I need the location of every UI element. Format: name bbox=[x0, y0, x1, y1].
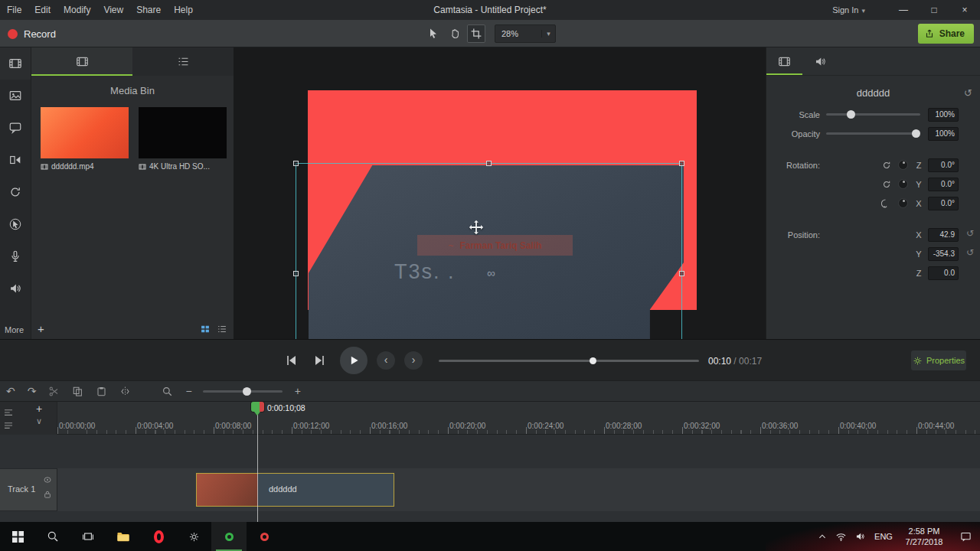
grid-view-icon[interactable] bbox=[200, 324, 211, 334]
zoom-in-button[interactable]: + bbox=[295, 385, 301, 397]
menu-file[interactable]: File bbox=[7, 5, 21, 15]
collapse-tracks-button[interactable]: ∨ bbox=[36, 416, 42, 426]
resize-handle-middle-left[interactable] bbox=[293, 271, 299, 276]
play-button[interactable] bbox=[340, 347, 368, 374]
properties-toggle-button[interactable]: Properties bbox=[911, 350, 966, 370]
step-back-button[interactable] bbox=[283, 353, 299, 368]
timeline-zoom-slider[interactable] bbox=[203, 390, 283, 393]
canvas-zoom-select[interactable]: 28% ▾ bbox=[495, 24, 556, 43]
resize-handle-top-middle[interactable] bbox=[486, 161, 492, 166]
reset-all-icon[interactable]: ↺ bbox=[964, 87, 972, 99]
rotation-z-value[interactable]: 0.0° bbox=[928, 158, 959, 172]
position-y-value[interactable]: -354.3 bbox=[928, 247, 959, 261]
paste-button[interactable] bbox=[96, 386, 107, 397]
tab-audio-properties[interactable] bbox=[802, 47, 838, 75]
tab-media-bin[interactable] bbox=[31, 47, 132, 76]
action-center-button[interactable] bbox=[951, 531, 980, 542]
menu-share[interactable]: Share bbox=[136, 5, 161, 15]
network-icon[interactable] bbox=[831, 532, 851, 542]
position-z-value[interactable]: 0.0 bbox=[928, 266, 959, 280]
opacity-value[interactable]: 100% bbox=[928, 127, 959, 141]
cut-button[interactable] bbox=[48, 386, 60, 397]
redo-button[interactable]: ↷ bbox=[28, 385, 37, 397]
maximize-button[interactable]: □ bbox=[919, 0, 949, 20]
sidebar-item-annotations[interactable] bbox=[0, 112, 31, 144]
list-view-icon[interactable] bbox=[217, 324, 227, 334]
rotation-y-dial[interactable] bbox=[898, 179, 908, 189]
opera-button[interactable] bbox=[141, 522, 176, 551]
sidebar-item-cursor-effects[interactable] bbox=[0, 208, 31, 240]
rotation-z-dial[interactable] bbox=[898, 160, 908, 170]
track-height-icon[interactable] bbox=[4, 422, 13, 429]
rotation-y-value[interactable]: 0.0° bbox=[928, 178, 959, 191]
sidebar-item-audio-effects[interactable] bbox=[0, 272, 31, 305]
media-thumbnail[interactable] bbox=[139, 107, 227, 158]
scale-value[interactable]: 100% bbox=[928, 108, 959, 122]
menu-help[interactable]: Help bbox=[174, 5, 193, 15]
crop-tool-button[interactable] bbox=[467, 24, 485, 43]
close-button[interactable]: × bbox=[949, 0, 980, 20]
record-button[interactable]: Record bbox=[8, 20, 56, 47]
tray-chevron-up-icon[interactable] bbox=[812, 532, 831, 541]
camtasia-taskbar-button[interactable] bbox=[211, 522, 247, 551]
position-x-value[interactable]: 42.9 bbox=[928, 228, 959, 242]
zoom-slider-thumb[interactable] bbox=[243, 387, 251, 396]
sidebar-item-voice-narration[interactable] bbox=[0, 240, 31, 272]
rotate-z-icon[interactable] bbox=[881, 160, 892, 171]
file-explorer-button[interactable] bbox=[106, 522, 141, 551]
menu-view[interactable]: View bbox=[103, 5, 123, 15]
reset-position-x-icon[interactable]: ↺ bbox=[966, 228, 974, 239]
add-media-button[interactable]: + bbox=[38, 322, 44, 336]
share-button[interactable]: Share bbox=[918, 24, 974, 44]
playhead-line[interactable] bbox=[257, 402, 258, 522]
sidebar-more-button[interactable]: More bbox=[5, 325, 24, 334]
menu-edit[interactable]: Edit bbox=[34, 5, 51, 15]
rotation-x-dial[interactable] bbox=[898, 198, 908, 208]
timeline-ruler[interactable]: 0:00:00;00 0:00:04;00 0:00:08;00 0:00:12… bbox=[57, 402, 980, 435]
taskbar-search-button[interactable] bbox=[35, 522, 70, 551]
media-item[interactable]: 4K Ultra HD SO... bbox=[139, 107, 227, 171]
scrubber-thumb[interactable] bbox=[590, 357, 596, 364]
add-track-button[interactable]: + bbox=[36, 403, 42, 415]
taskbar-app-button[interactable] bbox=[176, 522, 211, 551]
track-options-icon[interactable] bbox=[4, 409, 13, 416]
media-thumbnail[interactable] bbox=[41, 107, 129, 158]
cursor-tool-button[interactable] bbox=[424, 24, 443, 43]
previous-marker-button[interactable]: ‹ bbox=[377, 351, 395, 370]
pan-tool-button[interactable] bbox=[446, 24, 464, 43]
resize-handle-top-left[interactable] bbox=[293, 161, 299, 166]
menu-modify[interactable]: Modify bbox=[64, 5, 90, 15]
chevron-down-icon[interactable]: ▾ bbox=[541, 30, 555, 37]
camtasia-recorder-taskbar-button[interactable] bbox=[247, 522, 282, 551]
minimize-button[interactable]: — bbox=[888, 0, 919, 20]
timeline-clip[interactable]: dddddd bbox=[196, 473, 394, 507]
tab-media-details[interactable] bbox=[132, 47, 234, 76]
split-button[interactable] bbox=[119, 386, 131, 397]
sidebar-item-transitions[interactable] bbox=[0, 144, 31, 176]
opacity-slider[interactable] bbox=[826, 132, 920, 135]
undo-button[interactable]: ↶ bbox=[6, 385, 15, 397]
track-disable-icon[interactable] bbox=[44, 477, 51, 483]
next-marker-button[interactable]: › bbox=[404, 351, 423, 370]
step-forward-button[interactable] bbox=[312, 353, 328, 368]
timeline-zoom-icon[interactable] bbox=[162, 386, 173, 397]
rotate-y-icon[interactable] bbox=[881, 179, 892, 190]
copy-button[interactable] bbox=[72, 386, 83, 397]
resize-handle-middle-right[interactable] bbox=[679, 271, 684, 276]
sidebar-item-behaviors[interactable] bbox=[0, 176, 31, 208]
sidebar-item-media[interactable] bbox=[0, 47, 31, 80]
media-item[interactable]: dddddd.mp4 bbox=[41, 107, 129, 171]
clock[interactable]: 2:58 PM 7/27/2018 bbox=[897, 526, 951, 547]
tab-visual-properties[interactable] bbox=[766, 47, 802, 75]
reset-position-y-icon[interactable]: ↺ bbox=[966, 247, 974, 258]
track-lock-icon[interactable] bbox=[44, 491, 51, 498]
language-indicator[interactable]: ENG bbox=[870, 532, 897, 541]
sign-in-button[interactable]: Sign In▾ bbox=[832, 5, 865, 15]
task-view-button[interactable] bbox=[70, 522, 106, 551]
start-button[interactable] bbox=[0, 522, 35, 551]
scale-slider[interactable] bbox=[826, 113, 920, 116]
rotate-x-icon[interactable] bbox=[881, 198, 892, 209]
playhead-handle[interactable] bbox=[251, 402, 264, 412]
resize-handle-top-right[interactable] bbox=[679, 161, 684, 166]
volume-icon[interactable] bbox=[851, 531, 870, 542]
